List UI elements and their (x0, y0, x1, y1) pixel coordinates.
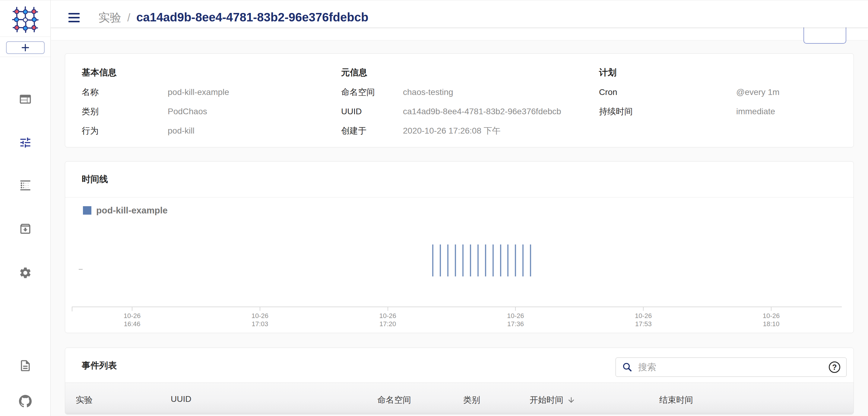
timeline-event-bar (455, 245, 456, 277)
overview-row-value: pod-kill-example (168, 88, 229, 97)
events-table-header-row: 实验UUID命名空间类别开始时间结束时间 (65, 383, 854, 415)
x-axis-tick (388, 307, 388, 311)
x-axis-tick (515, 307, 516, 311)
settings-icon (19, 266, 32, 280)
overview-row-label: 持续时间 (599, 107, 736, 116)
search-box: ? (616, 357, 846, 377)
sidebar-item-archives[interactable] (19, 222, 32, 235)
x-axis-tick (643, 307, 644, 311)
search-icon (622, 362, 633, 373)
timeline-event-bar (477, 245, 478, 277)
overview-row: 创建于2020-10-26 17:26:08 下午 (341, 126, 561, 135)
overview-row: Cron@every 1m (599, 88, 780, 97)
x-axis-line (72, 307, 842, 307)
events-column-header[interactable]: 类别 (463, 394, 480, 406)
sidebar (0, 0, 51, 416)
new-experiment-button[interactable] (6, 41, 44, 54)
plus-icon (20, 42, 30, 53)
timeline-event-bar (485, 245, 486, 277)
overview-section-title: 计划 (599, 67, 780, 77)
overview-row: 类别PodChaos (82, 107, 229, 116)
sidebar-item-events[interactable] (19, 179, 32, 192)
x-axis-tick-label: 10-2617:53 (619, 312, 668, 328)
overview-section: 元信息命名空间chaos-testingUUIDca14ad9b-8ee4-47… (341, 67, 561, 146)
sidebar-item-experiments[interactable] (19, 136, 32, 149)
overview-section-title: 基本信息 (82, 67, 229, 77)
breadcrumb-separator: / (127, 11, 130, 24)
x-axis-start-tick (72, 307, 72, 311)
timeline-event-bar (522, 245, 524, 277)
events-title: 事件列表 (82, 360, 117, 372)
overview-section: 计划Cron@every 1m持续时间immediate (599, 67, 780, 126)
docs-icon (19, 359, 32, 372)
events-column-header-label: 结束时间 (659, 394, 693, 406)
x-axis-tick-label: 10-2617:36 (491, 312, 539, 328)
github-icon (19, 395, 32, 408)
chart-legend[interactable]: pod-kill-example (83, 205, 168, 216)
timeline-event-bar (493, 245, 494, 277)
chaos-mesh-dashboard: { "appbar": { "breadcrumb": { "section":… (0, 0, 868, 416)
overview-row-label: 命名空间 (341, 88, 403, 97)
hamburger-icon (68, 13, 80, 14)
timeline-event-bar (507, 245, 508, 277)
search-help-icon[interactable]: ? (829, 361, 840, 373)
x-axis-tick-label: 10-2617:03 (236, 312, 284, 328)
x-axis-tick (260, 307, 260, 311)
events-column-header[interactable]: 开始时间 (530, 394, 576, 406)
logo-section (0, 0, 50, 37)
overview-row-value: 2020-10-26 17:26:08 下午 (403, 126, 501, 135)
timeline-title: 时间线 (82, 173, 108, 185)
events-column-header[interactable]: UUID (171, 394, 191, 404)
overview-row-label: Cron (599, 88, 736, 97)
timeline-event-bar (530, 245, 531, 277)
timeline-event-bar (432, 245, 433, 277)
events-column-header-label: 开始时间 (530, 394, 563, 406)
breadcrumb-current-uuid: ca14ad9b-8ee4-4781-83b2-96e376fdebcb (136, 10, 368, 24)
app-bar: 实验 / ca14ad9b-8ee4-4781-83b2-96e376fdebc… (51, 0, 868, 27)
overview-section: 基本信息名称pod-kill-example类别PodChaos行为pod-ki… (82, 67, 229, 146)
experiment-overview-card: 基本信息名称pod-kill-example类别PodChaos行为pod-ki… (65, 53, 854, 148)
x-axis-tick (132, 307, 132, 311)
events-column-header[interactable]: 命名空间 (377, 394, 411, 406)
archives-icon (19, 222, 32, 235)
timeline-event-bar (447, 245, 448, 277)
overview-row: 行为pod-kill (82, 126, 229, 135)
legend-swatch (83, 206, 91, 215)
sidebar-item-documentation[interactable] (19, 359, 32, 372)
timeline-card-header: 时间线 (65, 162, 854, 197)
menu-toggle-button[interactable] (67, 11, 81, 24)
overview-row-value: PodChaos (168, 107, 207, 116)
breadcrumb-experiments-link[interactable]: 实验 (98, 10, 121, 25)
events-column-header-label: 命名空间 (377, 394, 411, 406)
events-column-header-label: 类别 (463, 394, 480, 406)
events-icon (19, 179, 32, 192)
new-experiment-section (0, 37, 50, 57)
sort-desc-arrow-icon (567, 396, 576, 404)
search-input[interactable] (638, 362, 829, 372)
timeline-event-bar (470, 245, 471, 277)
timeline-event-bar (462, 245, 464, 277)
events-column-header[interactable]: 实验 (76, 394, 93, 406)
x-axis-tick-label: 10-2616:46 (108, 312, 156, 328)
legend-label: pod-kill-example (96, 205, 168, 216)
breadcrumb: 实验 / ca14ad9b-8ee4-4781-83b2-96e376fdebc… (98, 10, 368, 25)
overview-row: 名称pod-kill-example (82, 88, 229, 97)
sidebar-item-settings[interactable] (19, 266, 32, 280)
experiments-icon (19, 136, 32, 149)
events-column-header-label: 实验 (76, 394, 93, 406)
overview-row-value: chaos-testing (403, 88, 453, 97)
overview-row-label: 名称 (82, 88, 168, 97)
x-axis-tick-label: 10-2618:10 (747, 312, 795, 328)
overview-row-value: pod-kill (168, 126, 194, 135)
timeline-event-bar (500, 245, 501, 277)
x-axis-tick-label: 10-2617:20 (364, 312, 412, 328)
events-column-header[interactable]: 结束时间 (659, 394, 693, 406)
timeline-event-bar (515, 245, 516, 277)
overview-row: UUIDca14ad9b-8ee4-4781-83b2-96e376fdebcb (341, 107, 561, 116)
scrolled-toolbar-strip (51, 27, 868, 40)
overview-row-value: @every 1m (736, 88, 780, 97)
sidebar-item-dashboard[interactable] (19, 93, 32, 106)
overview-row: 命名空间chaos-testing (341, 88, 561, 97)
overview-row: 持续时间immediate (599, 107, 780, 116)
sidebar-item-github[interactable] (19, 394, 32, 408)
